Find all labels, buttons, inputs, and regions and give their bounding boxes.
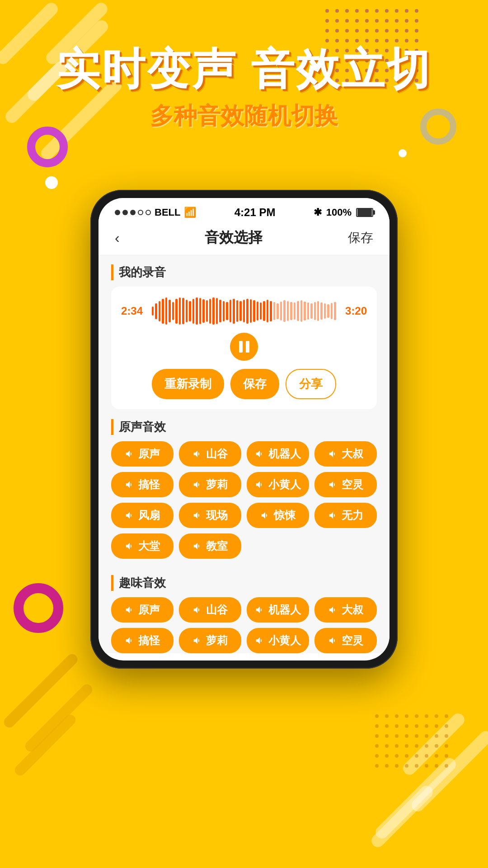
waveform-bar [304, 302, 305, 321]
start-time: 2:34 [121, 305, 146, 317]
effect-button[interactable]: 小黄人 [247, 472, 309, 497]
waveform-bar [250, 299, 252, 323]
waveform-bar [327, 304, 329, 318]
status-bar: BELL 📶 4:21 PM ✱ 100% [99, 198, 389, 222]
waveform-bar [334, 302, 336, 320]
waveform-bar [152, 307, 154, 316]
waveform-bar [239, 301, 241, 321]
fun-effect-button[interactable]: 小黄人 [247, 628, 309, 653]
effect-button[interactable]: 搞怪 [111, 472, 174, 497]
waveform-bar [179, 297, 181, 325]
waveform-bar [283, 300, 285, 322]
effect-button[interactable]: 教室 [179, 533, 241, 559]
fun-effects-section: 趣味音效 原声 山谷 机器人 大叔 搞怪 萝莉 小黄人 空灵 [111, 575, 377, 653]
waveform-bar [267, 300, 268, 322]
waveform-bar [257, 302, 258, 321]
effect-button[interactable]: 无力 [314, 503, 377, 528]
waveform-bar [209, 299, 211, 324]
waveform-bar [277, 303, 278, 319]
waveform-bar [212, 297, 214, 325]
time-display: 4:21 PM [235, 206, 276, 219]
waveform-bar [233, 299, 235, 324]
effect-button[interactable]: 空灵 [314, 472, 377, 497]
waveform-bar [260, 302, 262, 320]
original-effects-section: 原声音效 原声 山谷 机器人 大叔 搞怪 萝莉 小黄人 空灵 风扇 现场 惊悚 … [111, 419, 377, 559]
waveform-bar [324, 303, 326, 319]
waveform-display [152, 297, 336, 325]
waveform-bar [186, 300, 188, 322]
waveform-bar [230, 300, 231, 322]
bluetooth-icon: ✱ [314, 207, 322, 218]
hero-subtitle: 多种音效随机切换 [0, 100, 488, 132]
waveform-bar [196, 297, 197, 325]
hero-title: 实时变声 音效立切 [0, 45, 488, 93]
back-button[interactable]: ‹ [115, 230, 120, 246]
original-effects-label: 原声音效 [111, 419, 377, 435]
waveform-bar [216, 298, 218, 324]
waveform-bar [223, 301, 225, 321]
waveform-bar [226, 302, 228, 320]
waveform-bar [300, 300, 302, 322]
waveform-bar [273, 302, 275, 320]
waveform-bar [297, 301, 299, 321]
battery-icon [356, 208, 373, 217]
fun-effect-button[interactable]: 空灵 [314, 628, 377, 653]
fun-effect-button[interactable]: 机器人 [247, 597, 309, 623]
waveform-bar [320, 302, 322, 320]
waveform-card: 2:34 3:20 重新录制 [111, 287, 377, 409]
fun-effects-grid: 原声 山谷 机器人 大叔 搞怪 萝莉 小黄人 空灵 [111, 597, 377, 653]
waveform-bar [192, 299, 194, 324]
waveform-bar [314, 302, 316, 320]
fun-effect-button[interactable]: 萝莉 [179, 628, 241, 653]
nav-bar: ‹ 音效选择 保存 [99, 222, 389, 255]
effect-button[interactable]: 风扇 [111, 503, 174, 528]
end-time: 3:20 [342, 305, 367, 317]
waveform-bar [280, 302, 282, 321]
save-button[interactable]: 保存 [230, 369, 279, 399]
pause-button[interactable] [230, 333, 258, 361]
battery-label: 100% [326, 207, 352, 218]
waveform-bar [270, 301, 272, 321]
fun-effect-button[interactable]: 搞怪 [111, 628, 174, 653]
waveform-bar [165, 297, 167, 325]
share-button[interactable]: 分享 [286, 369, 336, 399]
waveform-bar [310, 303, 312, 319]
waveform-bar [219, 300, 221, 322]
effect-button[interactable]: 现场 [179, 503, 241, 528]
waveform-bar [236, 300, 238, 322]
fun-effects-label: 趣味音效 [111, 575, 377, 591]
waveform-bar [172, 302, 174, 320]
effect-button[interactable]: 机器人 [247, 441, 309, 467]
waveform-bar [287, 301, 289, 321]
effect-button[interactable]: 惊悚 [247, 503, 309, 528]
waveform-bar [263, 301, 265, 321]
effect-button[interactable]: 大堂 [111, 533, 174, 559]
waveform-bar [155, 303, 157, 319]
waveform-bar [189, 301, 191, 321]
waveform-bar [307, 302, 309, 320]
phone-mockup: BELL 📶 4:21 PM ✱ 100% ‹ 音效选择 保存 [90, 190, 398, 669]
waveform-bar [206, 300, 208, 322]
waveform-bar [243, 300, 245, 322]
recording-section-label: 我的录音 [111, 264, 377, 280]
waveform-bar [169, 300, 170, 322]
carrier-label: BELL [155, 207, 180, 218]
fun-effect-button[interactable]: 原声 [111, 597, 174, 623]
page-title: 音效选择 [205, 228, 263, 248]
fun-effect-button[interactable]: 山谷 [179, 597, 241, 623]
waveform-bar [162, 299, 164, 324]
effect-button[interactable]: 萝莉 [179, 472, 241, 497]
waveform-bar [246, 299, 248, 324]
effect-button[interactable]: 原声 [111, 441, 174, 467]
waveform-bar [290, 302, 292, 320]
waveform-bar [199, 298, 201, 324]
waveform-bar [331, 303, 333, 319]
rerecord-button[interactable]: 重新录制 [152, 369, 224, 399]
waveform-bar [175, 299, 177, 324]
waveform-bar [182, 298, 184, 324]
effect-button[interactable]: 山谷 [179, 441, 241, 467]
fun-effect-button[interactable]: 大叔 [314, 597, 377, 623]
effect-button[interactable]: 大叔 [314, 441, 377, 467]
save-nav-button[interactable]: 保存 [348, 229, 373, 246]
original-effects-grid: 原声 山谷 机器人 大叔 搞怪 萝莉 小黄人 空灵 风扇 现场 惊悚 无力 大堂… [111, 441, 377, 559]
